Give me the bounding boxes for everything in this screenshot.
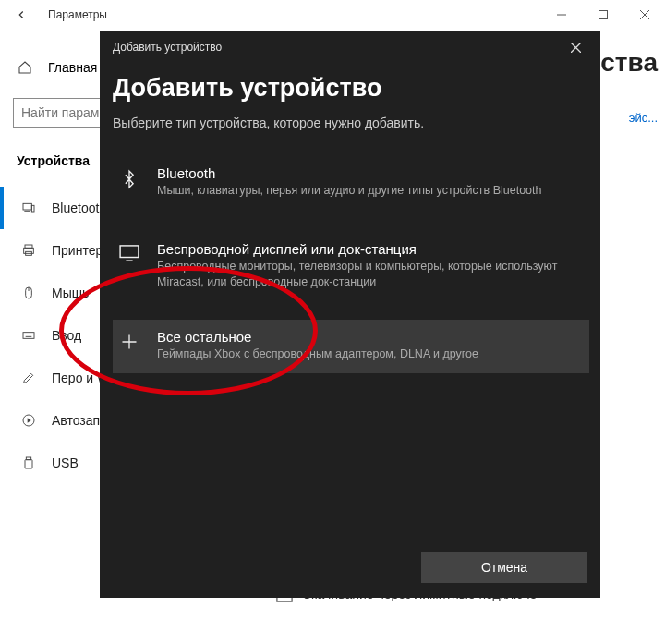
option-desc: Мыши, клавиатуры, перья или аудио и друг… xyxy=(157,183,582,199)
search-placeholder: Найти парам xyxy=(21,105,99,120)
option-title: Беспроводной дисплей или док-станция xyxy=(157,241,582,257)
plus-icon xyxy=(116,329,142,351)
dialog-titlebar-text: Добавить устройство xyxy=(113,41,222,54)
dialog-footer: Отмена xyxy=(100,541,600,598)
add-device-dialog: Добавить устройство Добавить устройство … xyxy=(100,31,600,598)
option-wireless-display[interactable]: Беспроводной дисплей или док-станция Бес… xyxy=(113,232,589,301)
option-desc: Геймпады Xbox с беспроводным адаптером, … xyxy=(157,346,582,362)
option-desc: Беспроводные мониторы, телевизоры и комп… xyxy=(157,259,582,290)
nav-label: Bluetooth xyxy=(52,200,106,215)
devices-icon xyxy=(20,200,37,215)
usb-icon xyxy=(20,456,37,470)
nav-label: USB xyxy=(52,456,79,470)
nav-label: Мышь xyxy=(52,286,89,300)
pen-icon xyxy=(20,371,37,385)
minimize-button[interactable] xyxy=(540,0,582,30)
back-icon[interactable] xyxy=(9,8,33,21)
dialog-subtitle: Выберите тип устройства, которое нужно д… xyxy=(113,115,589,130)
cancel-label: Отмена xyxy=(481,560,527,575)
svg-rect-8 xyxy=(23,333,34,339)
display-icon xyxy=(116,241,142,261)
option-bluetooth[interactable]: Bluetooth Мыши, клавиатуры, перья или ау… xyxy=(113,156,589,210)
svg-rect-3 xyxy=(31,205,34,212)
nav-label: Автозапу xyxy=(52,413,106,428)
keyboard-icon xyxy=(20,328,37,343)
svg-rect-4 xyxy=(25,245,32,248)
svg-rect-11 xyxy=(25,460,32,468)
printer-icon xyxy=(20,243,37,258)
dialog-body: Добавить устройство Выберите тип устройс… xyxy=(100,63,600,541)
svg-rect-0 xyxy=(598,11,607,19)
titlebar: Параметры xyxy=(0,0,665,30)
dialog-heading: Добавить устройство xyxy=(113,74,589,103)
home-label: Главная xyxy=(48,60,97,75)
option-title: Все остальное xyxy=(157,329,582,345)
home-icon xyxy=(17,60,33,75)
option-everything-else[interactable]: Все остальное Геймпады Xbox с беспроводн… xyxy=(113,320,589,373)
cancel-button[interactable]: Отмена xyxy=(421,552,587,583)
option-title: Bluetooth xyxy=(157,165,582,181)
dialog-titlebar: Добавить устройство xyxy=(100,31,600,63)
maximize-button[interactable] xyxy=(582,0,623,30)
bluetooth-icon xyxy=(116,165,142,189)
close-button[interactable] xyxy=(623,0,665,30)
mouse-icon xyxy=(20,286,37,300)
svg-rect-13 xyxy=(120,246,139,258)
dialog-close-button[interactable] xyxy=(562,33,589,61)
svg-rect-2 xyxy=(23,203,31,210)
window-title: Параметры xyxy=(48,8,107,21)
autoplay-icon xyxy=(20,413,37,428)
nav-label: Ввод xyxy=(52,328,81,343)
